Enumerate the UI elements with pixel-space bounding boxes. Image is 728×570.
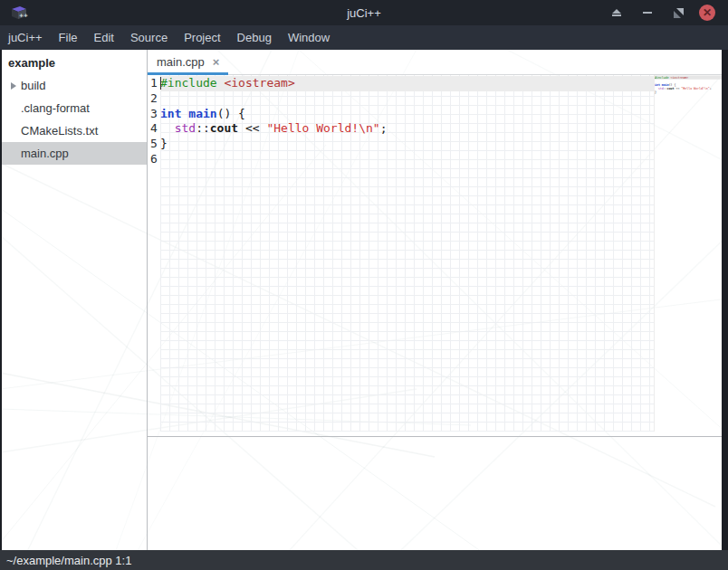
- line-content: [160, 152, 654, 167]
- chevron-right-icon: [11, 82, 16, 90]
- statusbar: ~/example/main.cpp 1:1: [0, 550, 728, 570]
- code-line: 5}: [148, 137, 654, 152]
- tabbar: main.cpp ×: [148, 50, 722, 75]
- line-number: 6: [148, 152, 160, 167]
- menu-item-juci[interactable]: juCi++: [0, 25, 51, 50]
- app-window: ++ juCi++ ✕ juCi++FileEditSourceProjectD…: [0, 0, 728, 570]
- line-content: int main() {: [160, 107, 654, 122]
- line-content: #include <iostream>: [160, 76, 654, 91]
- window-right-border: [722, 50, 728, 550]
- window-controls: ✕: [607, 3, 719, 23]
- output-pane[interactable]: [148, 437, 722, 550]
- code-line: 2: [148, 91, 654, 107]
- menu-item-project[interactable]: Project: [176, 25, 228, 50]
- main-content: examplebuild.clang-formatCMakeLists.txtm…: [0, 50, 728, 550]
- line-content: }: [160, 137, 654, 152]
- tree-item-label: build: [21, 79, 45, 92]
- tab-label: main.cpp: [157, 55, 205, 69]
- menu-item-file[interactable]: File: [51, 25, 86, 50]
- editor-area[interactable]: 1#include <iostream>23int main() {4 std:…: [148, 75, 722, 437]
- line-number: 2: [148, 91, 160, 107]
- minimap-line: [655, 94, 722, 98]
- line-number: 3: [148, 107, 160, 122]
- close-icon: ✕: [703, 7, 712, 18]
- tree-item-label: main.cpp: [21, 147, 69, 160]
- code-line: 1#include <iostream>: [148, 76, 654, 91]
- tree-item-label: .clang-format: [21, 101, 90, 115]
- menu-item-edit[interactable]: Edit: [86, 25, 122, 50]
- line-content: [160, 91, 654, 107]
- tree-item-cmakelists-txt[interactable]: CMakeLists.txt: [2, 119, 147, 142]
- minimize-button[interactable]: [637, 3, 657, 23]
- tab-maincpp[interactable]: main.cpp ×: [148, 50, 228, 74]
- line-content: std::cout << "Hello World!\n";: [160, 121, 654, 137]
- tree-root[interactable]: example: [2, 52, 147, 74]
- tree-item-build[interactable]: build: [2, 74, 147, 97]
- minimize-icon: [643, 12, 652, 14]
- status-text: ~/example/main.cpp 1:1: [6, 554, 131, 567]
- tree-item-label: CMakeLists.txt: [21, 124, 98, 138]
- menubar: juCi++FileEditSourceProjectDebugWindow: [0, 25, 728, 50]
- code-lines: 1#include <iostream>23int main() {4 std:…: [148, 76, 654, 167]
- line-number: 4: [148, 121, 160, 137]
- tree-item--clang-format[interactable]: .clang-format: [2, 97, 147, 119]
- restore-button[interactable]: [668, 3, 688, 23]
- shade-button[interactable]: [607, 3, 627, 23]
- text-cursor: [160, 77, 161, 90]
- code-line: 3int main() {: [148, 107, 654, 122]
- svg-text:++: ++: [19, 12, 28, 18]
- menu-item-debug[interactable]: Debug: [229, 25, 280, 50]
- file-tree[interactable]: examplebuild.clang-formatCMakeLists.txtm…: [2, 50, 147, 550]
- line-number: 1: [148, 76, 160, 91]
- close-button[interactable]: ✕: [699, 5, 715, 21]
- tree-item-main-cpp[interactable]: main.cpp: [2, 142, 147, 165]
- app-logo-icon: ++: [9, 4, 29, 22]
- restore-icon: [674, 8, 684, 18]
- tab-close-icon[interactable]: ×: [213, 56, 220, 68]
- line-number: 5: [148, 137, 160, 152]
- titlebar[interactable]: ++ juCi++ ✕: [0, 0, 728, 25]
- window-left-border: [0, 50, 2, 550]
- minimap[interactable]: #include <iostream> int main() { std::co…: [654, 75, 722, 432]
- minimap-content: #include <iostream> int main() { std::co…: [655, 75, 722, 99]
- menu-item-window[interactable]: Window: [280, 25, 338, 50]
- menu-item-source[interactable]: Source: [122, 25, 176, 50]
- editor-column: main.cpp × 1#include <iostream>23int mai…: [148, 50, 722, 550]
- code-line: 6: [148, 152, 654, 167]
- code-line: 4 std::cout << "Hello World!\n";: [148, 121, 654, 137]
- expander-icon[interactable]: [6, 82, 21, 90]
- shade-icon: [612, 9, 621, 16]
